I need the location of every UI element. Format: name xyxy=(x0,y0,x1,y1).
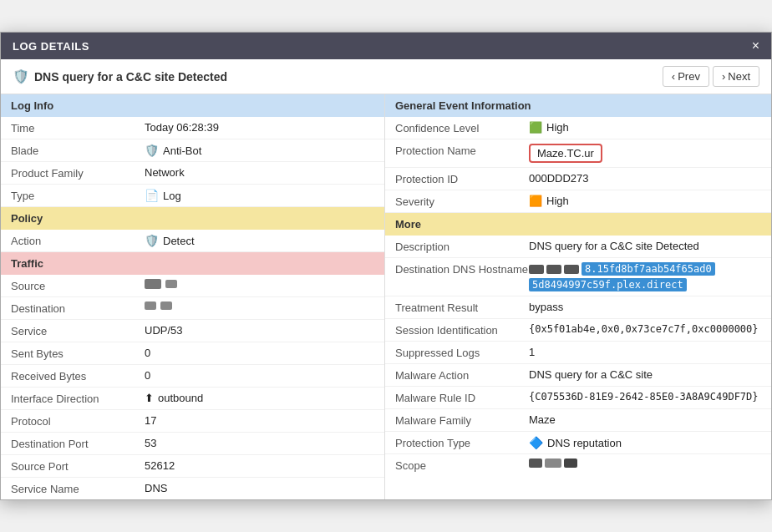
description-row: Description DNS query for a C&C site Det… xyxy=(385,236,771,258)
confidence-level-value: 🟩 High xyxy=(529,121,569,134)
suppressed-logs-row: Suppressed Logs 1 xyxy=(385,342,771,364)
protection-id-row: Protection ID 000DDD273 xyxy=(385,168,771,190)
service-name-value: DNS xyxy=(145,482,167,494)
product-family-label: Product Family xyxy=(11,166,145,180)
protection-id-label: Protection ID xyxy=(395,172,529,185)
action-label: Action xyxy=(11,234,145,247)
dest-port-value: 53 xyxy=(145,437,156,449)
log-details-modal: LOG DETAILS × 🛡️ DNS query for a C&C sit… xyxy=(0,32,772,500)
confidence-level-label: Confidence Level xyxy=(395,121,529,134)
confidence-icon: 🟩 xyxy=(529,121,542,134)
dns-block-2 xyxy=(546,265,561,274)
protection-id-value: 000DDD273 xyxy=(529,172,589,185)
malware-family-label: Malware Family xyxy=(395,413,529,427)
sent-bytes-label: Sent Bytes xyxy=(11,347,145,360)
malware-rule-id-row: Malware Rule ID {C075536D-81E9-2642-85E0… xyxy=(385,387,771,409)
sent-bytes-value: 0 xyxy=(145,347,150,359)
protection-type-text: DNS reputation xyxy=(547,437,622,449)
malware-rule-id-label: Malware Rule ID xyxy=(395,391,529,404)
modal-title: LOG DETAILS xyxy=(13,40,89,53)
protection-name-row: Protection Name Maze.TC.ur xyxy=(385,139,771,168)
antibot-shield-icon: 🛡️ xyxy=(145,144,159,157)
scope-block-3 xyxy=(564,459,577,468)
dns-block-1 xyxy=(529,265,544,274)
service-name-row: Service Name DNS xyxy=(1,478,384,499)
interface-direction-value: ⬆ outbound xyxy=(145,392,203,404)
log-info-section-header: Log Info xyxy=(1,94,384,117)
dns-hostname-label: Destination DNS Hostname xyxy=(395,262,529,276)
source-value xyxy=(145,279,177,289)
sent-bytes-row: Sent Bytes 0 xyxy=(1,342,384,365)
received-bytes-value: 0 xyxy=(145,369,150,382)
session-id-row: Session Identification {0x5f01ab4e,0x0,0… xyxy=(385,319,771,342)
malware-action-label: Malware Action xyxy=(395,368,529,382)
close-button[interactable]: × xyxy=(752,39,759,53)
action-row: Action 🛡️ Detect xyxy=(1,230,384,252)
scope-row: Scope xyxy=(385,454,771,476)
service-row: Service UDP/53 xyxy=(1,320,384,342)
malware-family-value: Maze xyxy=(529,413,556,426)
treatment-result-row: Treatment Result bypass xyxy=(385,296,771,319)
protection-type-row: Protection Type 🔷 DNS reputation xyxy=(385,432,771,454)
left-column: Log Info Time Today 06:28:39 Blade 🛡️ An… xyxy=(1,94,385,499)
dest-block-1 xyxy=(145,301,156,310)
dns-text-highlight: 8.15fd8bf7aab54f65ad0 xyxy=(582,262,715,276)
protection-name-label: Protection Name xyxy=(395,144,529,157)
traffic-section-header: Traffic xyxy=(1,252,384,275)
severity-row: Severity 🟧 High xyxy=(385,190,771,213)
dest-port-label: Destination Port xyxy=(11,437,145,450)
time-label: Time xyxy=(11,121,145,134)
severity-icon: 🟧 xyxy=(529,195,542,207)
dns-hostname-value: 8.15fd8bf7aab54f65ad0 5d8494997c59f.plex… xyxy=(529,262,761,291)
product-family-value: Network xyxy=(145,166,185,179)
modal-subheader: 🛡️ DNS query for a C&C site Detected ‹ P… xyxy=(1,59,771,94)
treatment-result-value: bypass xyxy=(529,301,563,313)
warning-shield-icon: 🛡️ xyxy=(13,68,29,84)
interface-direction-text: outbound xyxy=(158,392,203,404)
detect-shield-icon: 🛡️ xyxy=(145,234,159,247)
scope-block-2 xyxy=(545,459,561,468)
policy-section-header: Policy xyxy=(1,207,384,230)
more-section-header: More xyxy=(385,213,771,236)
next-label: Next xyxy=(728,70,750,83)
prev-label: Prev xyxy=(678,70,700,83)
service-value: UDP/53 xyxy=(145,324,183,337)
dns-hostname-row: Destination DNS Hostname 8.15fd8bf7aab54… xyxy=(385,258,771,296)
severity-label: Severity xyxy=(395,195,529,208)
destination-value xyxy=(145,301,172,310)
source-port-label: Source Port xyxy=(11,459,145,473)
scope-value xyxy=(529,459,577,468)
description-value: DNS query for a C&C site Detected xyxy=(529,240,699,252)
type-row: Type 📄 Log xyxy=(1,185,384,207)
severity-text: High xyxy=(546,195,569,207)
protocol-value: 17 xyxy=(145,414,156,427)
severity-value: 🟧 High xyxy=(529,195,569,207)
interface-direction-row: Interface Direction ⬆ outbound xyxy=(1,388,384,410)
source-block-1 xyxy=(145,279,161,289)
next-button[interactable]: › Next xyxy=(713,66,759,87)
prev-button[interactable]: ‹ Prev xyxy=(663,66,709,87)
outbound-arrow-icon: ⬆ xyxy=(145,392,154,404)
destination-label: Destination xyxy=(11,301,145,315)
scope-block-1 xyxy=(529,459,542,468)
type-label: Type xyxy=(11,189,145,202)
blade-row: Blade 🛡️ Anti-Bot xyxy=(1,139,384,162)
session-id-label: Session Identification xyxy=(395,323,529,337)
general-event-section-header: General Event Information xyxy=(385,94,771,117)
destination-row: Destination xyxy=(1,297,384,320)
source-label: Source xyxy=(11,279,145,292)
description-label: Description xyxy=(395,240,529,253)
received-bytes-label: Received Bytes xyxy=(11,369,145,383)
protection-type-label: Protection Type xyxy=(395,436,529,449)
action-text: Detect xyxy=(163,235,195,247)
suppressed-logs-value: 1 xyxy=(529,346,535,358)
product-family-row: Product Family Network xyxy=(1,162,384,185)
source-row: Source xyxy=(1,275,384,297)
right-column: General Event Information Confidence Lev… xyxy=(385,94,771,499)
received-bytes-row: Received Bytes 0 xyxy=(1,365,384,388)
dest-port-row: Destination Port 53 xyxy=(1,433,384,455)
source-block-2 xyxy=(165,280,177,288)
time-value: Today 06:28:39 xyxy=(145,121,219,134)
source-port-row: Source Port 52612 xyxy=(1,455,384,478)
dns-text-highlight-2: 5d8494997c59f.plex.direct xyxy=(529,278,687,291)
